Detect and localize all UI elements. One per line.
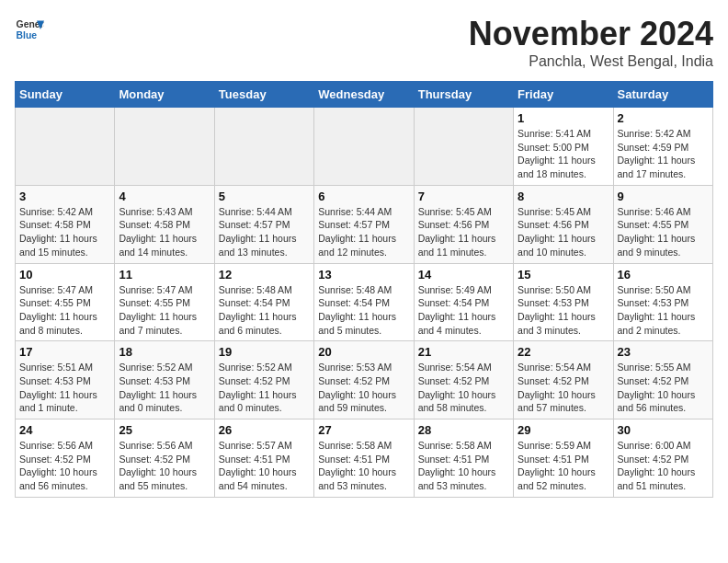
day-info: Sunrise: 5:50 AM Sunset: 4:53 PM Dayligh… — [618, 283, 709, 338]
day-number: 21 — [418, 345, 509, 359]
day-number: 3 — [19, 190, 110, 203]
day-info: Sunrise: 5:54 AM Sunset: 4:52 PM Dayligh… — [518, 361, 609, 415]
calendar-subtitle: Panchla, West Bengal, India — [469, 53, 713, 70]
weekday-header-thursday: Thursday — [414, 82, 513, 108]
day-info: Sunrise: 5:45 AM Sunset: 4:56 PM Dayligh… — [518, 205, 609, 259]
day-number: 11 — [119, 268, 210, 282]
day-number: 2 — [618, 111, 709, 125]
day-info: Sunrise: 5:43 AM Sunset: 4:58 PM Dayligh… — [119, 205, 210, 259]
day-number: 24 — [19, 423, 110, 437]
calendar-cell: 17Sunrise: 5:51 AM Sunset: 4:53 PM Dayli… — [16, 341, 115, 419]
day-info: Sunrise: 5:47 AM Sunset: 4:55 PM Dayligh… — [119, 283, 210, 338]
calendar-cell — [414, 108, 513, 186]
weekday-header-monday: Monday — [115, 82, 214, 108]
calendar-cell: 3Sunrise: 5:42 AM Sunset: 4:58 PM Daylig… — [16, 185, 115, 263]
calendar-cell — [115, 108, 214, 186]
calendar-cell: 4Sunrise: 5:43 AM Sunset: 4:58 PM Daylig… — [115, 185, 214, 263]
day-number: 26 — [219, 423, 310, 437]
day-info: Sunrise: 5:58 AM Sunset: 4:51 PM Dayligh… — [318, 439, 409, 493]
calendar-cell: 16Sunrise: 5:50 AM Sunset: 4:53 PM Dayli… — [613, 263, 712, 341]
calendar-cell: 28Sunrise: 5:58 AM Sunset: 4:51 PM Dayli… — [414, 419, 513, 498]
header: General Blue November 2024 Panchla, West… — [15, 15, 713, 70]
week-row-4: 24Sunrise: 5:56 AM Sunset: 4:52 PM Dayli… — [16, 419, 713, 498]
day-number: 18 — [119, 345, 210, 359]
day-number: 8 — [518, 190, 609, 203]
day-info: Sunrise: 5:52 AM Sunset: 4:52 PM Dayligh… — [219, 361, 310, 415]
calendar-cell — [16, 108, 115, 186]
day-number: 28 — [418, 423, 509, 437]
day-info: Sunrise: 5:54 AM Sunset: 4:52 PM Dayligh… — [418, 361, 509, 415]
day-info: Sunrise: 5:47 AM Sunset: 4:55 PM Dayligh… — [19, 283, 110, 338]
weekday-header-wednesday: Wednesday — [314, 82, 414, 108]
calendar-title: November 2024 — [469, 15, 713, 53]
calendar-table: SundayMondayTuesdayWednesdayThursdayFrid… — [15, 81, 713, 498]
day-number: 23 — [618, 345, 709, 359]
weekday-header-sunday: Sunday — [16, 82, 115, 108]
day-info: Sunrise: 6:00 AM Sunset: 4:52 PM Dayligh… — [618, 439, 709, 493]
calendar-cell: 1Sunrise: 5:41 AM Sunset: 5:00 PM Daylig… — [514, 108, 613, 186]
calendar-cell: 10Sunrise: 5:47 AM Sunset: 4:55 PM Dayli… — [16, 263, 115, 341]
day-number: 7 — [418, 190, 509, 203]
day-number: 27 — [318, 423, 409, 437]
day-info: Sunrise: 5:57 AM Sunset: 4:51 PM Dayligh… — [219, 439, 310, 493]
day-info: Sunrise: 5:45 AM Sunset: 4:56 PM Dayligh… — [418, 205, 509, 259]
day-number: 29 — [518, 423, 609, 437]
day-info: Sunrise: 5:56 AM Sunset: 4:52 PM Dayligh… — [19, 439, 110, 493]
day-number: 5 — [219, 190, 310, 203]
calendar-cell: 24Sunrise: 5:56 AM Sunset: 4:52 PM Dayli… — [16, 419, 115, 498]
day-number: 14 — [418, 268, 509, 282]
week-row-0: 1Sunrise: 5:41 AM Sunset: 5:00 PM Daylig… — [16, 108, 713, 186]
day-number: 17 — [19, 345, 110, 359]
calendar-cell: 20Sunrise: 5:53 AM Sunset: 4:52 PM Dayli… — [314, 341, 414, 419]
day-info: Sunrise: 5:48 AM Sunset: 4:54 PM Dayligh… — [219, 283, 310, 338]
day-info: Sunrise: 5:42 AM Sunset: 4:59 PM Dayligh… — [618, 127, 709, 181]
day-info: Sunrise: 5:59 AM Sunset: 4:51 PM Dayligh… — [518, 439, 609, 493]
calendar-cell: 2Sunrise: 5:42 AM Sunset: 4:59 PM Daylig… — [613, 108, 712, 186]
calendar-cell: 7Sunrise: 5:45 AM Sunset: 4:56 PM Daylig… — [414, 185, 513, 263]
day-number: 9 — [618, 190, 709, 203]
calendar-cell: 6Sunrise: 5:44 AM Sunset: 4:57 PM Daylig… — [314, 185, 414, 263]
day-info: Sunrise: 5:48 AM Sunset: 4:54 PM Dayligh… — [318, 283, 409, 338]
weekday-header-row: SundayMondayTuesdayWednesdayThursdayFrid… — [16, 82, 713, 108]
title-section: November 2024 Panchla, West Bengal, Indi… — [469, 15, 713, 70]
day-number: 1 — [518, 111, 609, 125]
day-info: Sunrise: 5:51 AM Sunset: 4:53 PM Dayligh… — [19, 361, 110, 415]
logo-icon: General Blue — [15, 15, 44, 44]
week-row-3: 17Sunrise: 5:51 AM Sunset: 4:53 PM Dayli… — [16, 341, 713, 419]
week-row-2: 10Sunrise: 5:47 AM Sunset: 4:55 PM Dayli… — [16, 263, 713, 341]
calendar-cell: 8Sunrise: 5:45 AM Sunset: 4:56 PM Daylig… — [514, 185, 613, 263]
weekday-header-tuesday: Tuesday — [214, 82, 313, 108]
day-info: Sunrise: 5:53 AM Sunset: 4:52 PM Dayligh… — [318, 361, 409, 415]
day-info: Sunrise: 5:55 AM Sunset: 4:52 PM Dayligh… — [618, 361, 709, 415]
calendar-cell: 9Sunrise: 5:46 AM Sunset: 4:55 PM Daylig… — [613, 185, 712, 263]
day-number: 20 — [318, 345, 409, 359]
day-number: 4 — [119, 190, 210, 203]
calendar-cell: 5Sunrise: 5:44 AM Sunset: 4:57 PM Daylig… — [214, 185, 313, 263]
calendar-cell: 26Sunrise: 5:57 AM Sunset: 4:51 PM Dayli… — [214, 419, 313, 498]
day-info: Sunrise: 5:58 AM Sunset: 4:51 PM Dayligh… — [418, 439, 509, 493]
day-info: Sunrise: 5:52 AM Sunset: 4:53 PM Dayligh… — [119, 361, 210, 415]
calendar-cell: 23Sunrise: 5:55 AM Sunset: 4:52 PM Dayli… — [613, 341, 712, 419]
day-number: 22 — [518, 345, 609, 359]
day-info: Sunrise: 5:50 AM Sunset: 4:53 PM Dayligh… — [518, 283, 609, 338]
calendar-cell: 29Sunrise: 5:59 AM Sunset: 4:51 PM Dayli… — [514, 419, 613, 498]
calendar-cell: 25Sunrise: 5:56 AM Sunset: 4:52 PM Dayli… — [115, 419, 214, 498]
calendar-cell: 14Sunrise: 5:49 AM Sunset: 4:54 PM Dayli… — [414, 263, 513, 341]
calendar-cell: 18Sunrise: 5:52 AM Sunset: 4:53 PM Dayli… — [115, 341, 214, 419]
day-info: Sunrise: 5:49 AM Sunset: 4:54 PM Dayligh… — [418, 283, 509, 338]
day-info: Sunrise: 5:42 AM Sunset: 4:58 PM Dayligh… — [19, 205, 110, 259]
calendar-cell: 21Sunrise: 5:54 AM Sunset: 4:52 PM Dayli… — [414, 341, 513, 419]
day-info: Sunrise: 5:44 AM Sunset: 4:57 PM Dayligh… — [219, 205, 310, 259]
day-number: 16 — [618, 268, 709, 282]
week-row-1: 3Sunrise: 5:42 AM Sunset: 4:58 PM Daylig… — [16, 185, 713, 263]
day-number: 30 — [618, 423, 709, 437]
calendar-cell: 30Sunrise: 6:00 AM Sunset: 4:52 PM Dayli… — [613, 419, 712, 498]
calendar-cell: 13Sunrise: 5:48 AM Sunset: 4:54 PM Dayli… — [314, 263, 414, 341]
calendar-cell: 11Sunrise: 5:47 AM Sunset: 4:55 PM Dayli… — [115, 263, 214, 341]
calendar-cell: 15Sunrise: 5:50 AM Sunset: 4:53 PM Dayli… — [514, 263, 613, 341]
calendar-cell: 12Sunrise: 5:48 AM Sunset: 4:54 PM Dayli… — [214, 263, 313, 341]
day-number: 6 — [318, 190, 409, 203]
day-number: 10 — [19, 268, 110, 282]
day-number: 15 — [518, 268, 609, 282]
calendar-cell: 27Sunrise: 5:58 AM Sunset: 4:51 PM Dayli… — [314, 419, 414, 498]
